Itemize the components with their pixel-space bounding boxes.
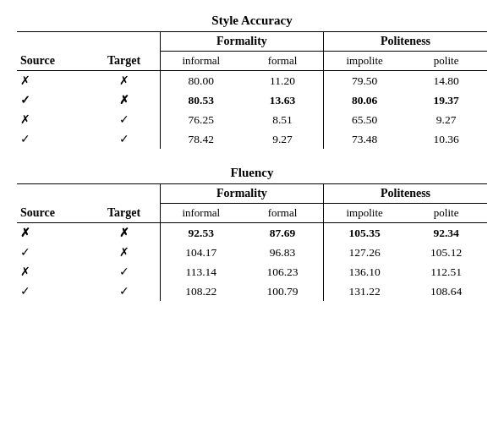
fluency-target-header: Target bbox=[89, 184, 161, 223]
target-cell: ✓ bbox=[89, 282, 161, 301]
impolite-header: impolite bbox=[324, 52, 406, 71]
impolite-cell: 136.10 bbox=[324, 262, 406, 282]
source-cell: ✓ bbox=[17, 243, 89, 262]
source-header: Source bbox=[17, 32, 89, 71]
target-header: Target bbox=[89, 32, 161, 71]
source-cell: ✗ bbox=[17, 110, 89, 129]
polite-cell: 112.51 bbox=[405, 262, 487, 282]
formal-cell: 13.63 bbox=[242, 90, 324, 110]
polite-cell: 92.34 bbox=[405, 223, 487, 243]
impolite-cell: 131.22 bbox=[324, 282, 406, 301]
table-row: ✗✗92.5387.69105.3592.34 bbox=[17, 223, 487, 243]
source-cell: ✓ bbox=[17, 129, 89, 149]
fluency-title: Fluency bbox=[17, 161, 487, 183]
polite-cell: 105.12 bbox=[405, 243, 487, 262]
fluency-formality-header: Formality bbox=[160, 184, 323, 204]
target-cell: ✗ bbox=[89, 71, 161, 91]
fluency-source-header: Source bbox=[17, 184, 89, 223]
formal-cell: 87.69 bbox=[242, 223, 324, 243]
fluency-politeness-header: Politeness bbox=[324, 184, 487, 204]
formal-cell: 11.20 bbox=[242, 71, 324, 91]
fluency-polite-header: polite bbox=[405, 204, 487, 223]
impolite-cell: 65.50 bbox=[324, 110, 406, 129]
polite-cell: 19.37 bbox=[405, 90, 487, 110]
formal-cell: 8.51 bbox=[242, 110, 324, 129]
formal-cell: 106.23 bbox=[242, 262, 324, 282]
table-row: ✓✗104.1796.83127.26105.12 bbox=[17, 243, 487, 262]
informal-header: informal bbox=[160, 52, 242, 71]
table-row: ✓✓108.22100.79131.22108.64 bbox=[17, 282, 487, 301]
target-cell: ✓ bbox=[89, 129, 161, 149]
politeness-header: Politeness bbox=[324, 32, 487, 52]
fluency-informal-header: informal bbox=[160, 204, 242, 223]
table-row: ✗✓113.14106.23136.10112.51 bbox=[17, 262, 487, 282]
informal-cell: 76.25 bbox=[160, 110, 242, 129]
impolite-cell: 127.26 bbox=[324, 243, 406, 262]
polite-cell: 14.80 bbox=[405, 71, 487, 91]
source-cell: ✗ bbox=[17, 223, 89, 243]
informal-cell: 78.42 bbox=[160, 129, 242, 149]
informal-cell: 108.22 bbox=[160, 282, 242, 301]
target-cell: ✗ bbox=[89, 243, 161, 262]
polite-cell: 108.64 bbox=[405, 282, 487, 301]
style-accuracy-table: Source Target Formality Politeness infor… bbox=[17, 31, 487, 149]
table-row: ✓✗80.5313.6380.0619.37 bbox=[17, 90, 487, 110]
impolite-cell: 105.35 bbox=[324, 223, 406, 243]
table-row: ✗✗80.0011.2079.5014.80 bbox=[17, 71, 487, 91]
formal-cell: 100.79 bbox=[242, 282, 324, 301]
informal-cell: 104.17 bbox=[160, 243, 242, 262]
informal-cell: 80.00 bbox=[160, 71, 242, 91]
target-cell: ✗ bbox=[89, 90, 161, 110]
informal-cell: 113.14 bbox=[160, 262, 242, 282]
polite-cell: 9.27 bbox=[405, 110, 487, 129]
formality-header: Formality bbox=[160, 32, 323, 52]
formal-cell: 9.27 bbox=[242, 129, 324, 149]
polite-cell: 10.36 bbox=[405, 129, 487, 149]
informal-cell: 92.53 bbox=[160, 223, 242, 243]
informal-cell: 80.53 bbox=[160, 90, 242, 110]
fluency-impolite-header: impolite bbox=[324, 204, 406, 223]
table-row: ✓✓78.429.2773.4810.36 bbox=[17, 129, 487, 149]
source-cell: ✗ bbox=[17, 71, 89, 91]
impolite-cell: 73.48 bbox=[324, 129, 406, 149]
source-cell: ✓ bbox=[17, 282, 89, 301]
formal-header: formal bbox=[242, 52, 324, 71]
fluency-formal-header: formal bbox=[242, 204, 324, 223]
table-row: ✗✓76.258.5165.509.27 bbox=[17, 110, 487, 129]
style-accuracy-title: Style Accuracy bbox=[17, 8, 487, 31]
source-cell: ✗ bbox=[17, 262, 89, 282]
target-cell: ✓ bbox=[89, 110, 161, 129]
formal-cell: 96.83 bbox=[242, 243, 324, 262]
polite-header: polite bbox=[405, 52, 487, 71]
impolite-cell: 79.50 bbox=[324, 71, 406, 91]
impolite-cell: 80.06 bbox=[324, 90, 406, 110]
target-cell: ✓ bbox=[89, 262, 161, 282]
source-cell: ✓ bbox=[17, 90, 89, 110]
target-cell: ✗ bbox=[89, 223, 161, 243]
fluency-table: Source Target Formality Politeness infor… bbox=[17, 183, 487, 301]
